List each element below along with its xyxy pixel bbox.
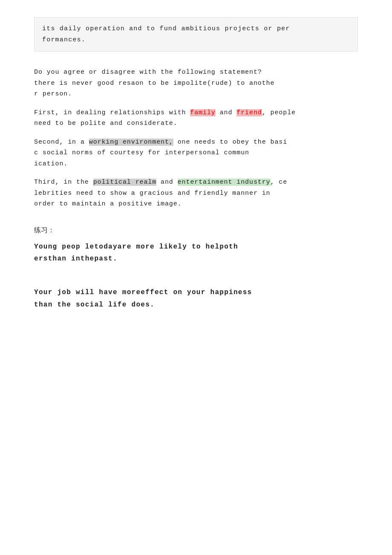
para1-line1: First, in dealing relationships with fam…: [34, 107, 358, 119]
intro-line2: there is never good resaon to be impolit…: [34, 78, 358, 89]
para3-middle: and: [156, 179, 178, 186]
para3-line1: Third, in the political realm and entert…: [34, 177, 358, 188]
top-line2: formances.: [42, 35, 350, 46]
highlight-family: family: [190, 109, 215, 116]
para2-line2: c social norms of courtesy for interpers…: [34, 147, 358, 159]
para1-line2: need to be polite and considerate.: [34, 118, 358, 129]
para2-line1: Second, in a working environment, one ne…: [34, 137, 358, 148]
para1-prefix: First, in dealing relationships with: [34, 109, 190, 116]
intro-paragraph: Do you agree or disagree with the follow…: [34, 67, 358, 100]
highlight-entertainment-industry: entertainment industry: [178, 179, 271, 186]
para2-line3: ication.: [34, 159, 358, 170]
sentence2-line2: than the social life does.: [34, 299, 358, 311]
intro-line1: Do you agree or disagree with the follow…: [34, 67, 358, 78]
para1-suffix: , people: [262, 109, 296, 116]
para3-suffix: , ce: [271, 179, 288, 186]
main-section: Do you agree or disagree with the follow…: [34, 67, 358, 210]
practice-sentence-1: Young peop letodayare more likely to hel…: [34, 241, 358, 266]
highlight-political-realm: political realm: [93, 179, 157, 186]
practice-sentence-2: Your job will have moreeffect on your ha…: [34, 286, 358, 311]
sentence1-line2: ersthan inthepast.: [34, 253, 358, 265]
practice-label: 练习：: [34, 225, 358, 237]
spacer: [34, 278, 358, 286]
para2-suffix: one needs to obey the basi: [173, 139, 287, 146]
highlight-working-environment: working environment,: [89, 139, 173, 146]
para3-prefix: Third, in the: [34, 179, 93, 186]
practice-section: 练习： Young peop letodayare more likely to…: [34, 225, 358, 311]
top-text-block: its daily operation and to fund ambitiou…: [34, 17, 358, 52]
highlight-friend: friend: [236, 109, 262, 116]
para3-line3: order to maintain a positive image.: [34, 199, 358, 210]
intro-line3: r person.: [34, 89, 358, 100]
sentence1-line1: Young peop letodayare more likely to hel…: [34, 241, 358, 253]
paragraph-1: First, in dealing relationships with fam…: [34, 107, 358, 129]
sentence2-line1: Your job will have moreeffect on your ha…: [34, 286, 358, 299]
paragraph-2: Second, in a working environment, one ne…: [34, 137, 358, 170]
para2-prefix: Second, in a: [34, 139, 89, 146]
top-line1: its daily operation and to fund ambitiou…: [42, 23, 350, 35]
para3-line2: lebrities need to show a gracious and fr…: [34, 188, 358, 199]
para1-middle: and: [216, 109, 237, 116]
paragraph-3: Third, in the political realm and entert…: [34, 177, 358, 210]
